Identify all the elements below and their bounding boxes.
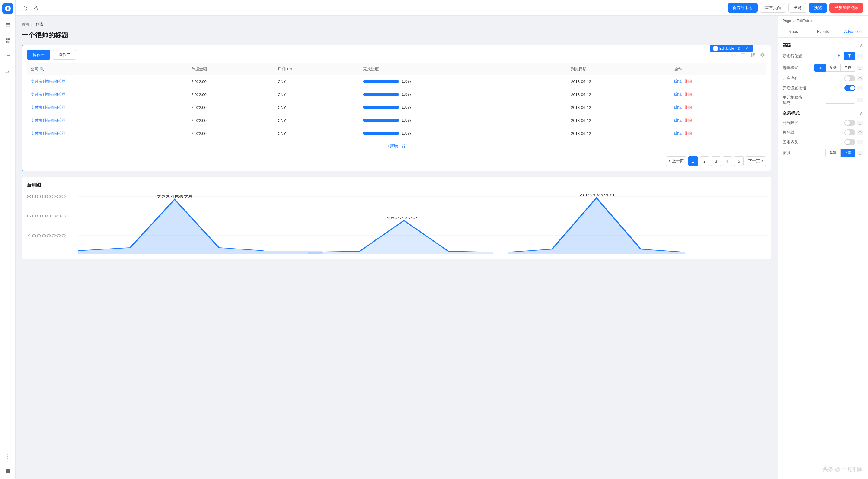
select-mode-btn-group: 无 多选 单选	[814, 64, 855, 72]
component-delete-icon[interactable]: ✕	[744, 46, 750, 52]
col-currency-info-icon[interactable]: ℹ	[287, 67, 288, 71]
tab-one-button[interactable]: 操作一	[27, 50, 50, 60]
zebra-code-tag[interactable]: {/}	[857, 130, 863, 134]
company-link-2[interactable]: 支付宝科技有限公司	[31, 105, 66, 110]
breadcrumb-home[interactable]: 首页	[22, 22, 30, 27]
panel-breadcrumb: Page > EditTable	[778, 16, 868, 26]
sequence-code-tag[interactable]: {/}	[857, 76, 863, 81]
tab-two-button[interactable]: 操作二	[53, 50, 76, 60]
label-zebra: 斑马线	[783, 130, 795, 135]
page-1-button[interactable]: 1	[688, 156, 698, 166]
sidebar-menu-icon[interactable]	[3, 20, 13, 30]
cell-action-0: 编辑 删除	[671, 75, 766, 88]
page-5-button[interactable]: 5	[734, 156, 744, 166]
export-button[interactable]: 出码	[788, 3, 806, 13]
select-mode-multi[interactable]: 多选	[826, 64, 841, 72]
sidebar-bottom-icon[interactable]	[3, 466, 13, 476]
redo-button[interactable]	[31, 3, 41, 13]
add-position-up[interactable]: 上	[833, 52, 844, 60]
cell-default-code-tag[interactable]: {/}	[857, 98, 863, 102]
reset-button[interactable]: 重置页面	[760, 3, 786, 13]
col-amount: 单据金额	[188, 63, 274, 75]
app-logo[interactable]	[2, 3, 13, 14]
cell-currency-4: CNY	[274, 127, 360, 140]
page-3-button[interactable]: 3	[711, 156, 721, 166]
fixed-header-code-tag[interactable]: {/}	[857, 140, 863, 144]
sidebar: JS ···	[0, 0, 16, 479]
delete-btn-4[interactable]: 删除	[684, 130, 692, 136]
tab-tool-settings-icon[interactable]	[759, 51, 766, 59]
page-2-button[interactable]: 2	[700, 156, 709, 166]
tab-tool-layout-icon[interactable]	[749, 51, 756, 59]
table-row: 支付宝科技有限公司 2,022.00 CNY 186% 2013-06-12 编…	[27, 101, 766, 114]
sidebar-nav-icon[interactable]	[3, 36, 13, 45]
select-mode-single[interactable]: 单选	[841, 64, 855, 72]
density-code-tag[interactable]: {/}	[857, 151, 863, 155]
add-position-down[interactable]: 下	[844, 52, 855, 60]
cell-date-4: 2013-06-12	[567, 127, 671, 140]
sidebar-js-icon[interactable]: JS	[3, 67, 13, 77]
col-divider-toggle[interactable]	[844, 120, 855, 126]
cell-date-3: 2013-06-12	[567, 114, 671, 127]
company-link-3[interactable]: 支付宝科技有限公司	[31, 118, 66, 122]
data-table: 公司 🔍 单据金额 币种 ℹ ▼	[27, 63, 766, 140]
cell-amount-4: 2,022.00	[188, 127, 274, 140]
cell-progress-0: 186%	[360, 75, 568, 88]
save-button[interactable]: 保存到本地	[728, 3, 757, 13]
svg-text:40000000: 40000000	[27, 234, 66, 238]
delete-btn-1[interactable]: 删除	[684, 92, 692, 97]
density-compact[interactable]: 紧凑	[826, 149, 841, 157]
content-area: 首页 > 列表 一个很帅的标题 EditTable ⧉ ✕	[16, 16, 868, 479]
sequence-toggle[interactable]	[844, 76, 855, 82]
delete-btn-2[interactable]: 删除	[684, 105, 692, 110]
panel-content: 高级 ∧ 新增行位置 上 下 {/}	[778, 38, 868, 479]
tab-tool-code-icon[interactable]	[730, 51, 737, 59]
add-position-code-tag[interactable]: {/}	[857, 54, 863, 58]
delete-btn-0[interactable]: 删除	[684, 79, 692, 84]
col-currency-filter-icon[interactable]: ▼	[289, 67, 293, 71]
preview-button[interactable]: 预览	[809, 3, 827, 13]
col-company-search-icon[interactable]: 🔍	[40, 67, 44, 71]
edit-btn-3[interactable]: 编辑	[674, 118, 682, 123]
breadcrumb-sep1: >	[31, 22, 34, 27]
tab-props[interactable]: Props	[778, 26, 808, 37]
global-style-collapse[interactable]: ∧	[860, 111, 863, 116]
edit-btn-1[interactable]: 编辑	[674, 92, 682, 97]
undo-button[interactable]	[21, 3, 30, 13]
settings-btn-toggle[interactable]	[844, 85, 855, 91]
settings-btn-toggle-knob	[850, 86, 855, 90]
select-mode-none[interactable]: 无	[814, 64, 826, 72]
settings-btn-code-tag[interactable]: {/}	[857, 86, 863, 90]
company-link-4[interactable]: 支付宝科技有限公司	[31, 131, 66, 136]
prev-page-button[interactable]: < 上一页	[666, 156, 686, 166]
cell-company-2: 支付宝科技有限公司	[27, 101, 188, 114]
next-page-button[interactable]: 下一页 >	[746, 156, 766, 166]
delete-btn-3[interactable]: 删除	[684, 118, 692, 123]
canvas-area: 首页 > 列表 一个很帅的标题 EditTable ⧉ ✕	[16, 16, 777, 479]
edit-btn-0[interactable]: 编辑	[674, 79, 682, 84]
edit-btn-2[interactable]: 编辑	[674, 105, 682, 110]
sidebar-data-icon[interactable]	[3, 51, 13, 61]
page-4-button[interactable]: 4	[723, 156, 732, 166]
sidebar-more-dots[interactable]: ···	[4, 453, 11, 460]
pagination: < 上一页 1 2 3 4 5 下一页 >	[27, 153, 766, 166]
label-add-position: 新增行位置	[783, 53, 802, 59]
async-load-button[interactable]: 异步加载资源	[829, 3, 863, 13]
add-row-button[interactable]: +新增一行	[27, 140, 766, 153]
tab-events[interactable]: Events	[808, 26, 838, 37]
select-mode-code-tag[interactable]: {/}	[857, 66, 863, 70]
company-link-1[interactable]: 支付宝科技有限公司	[31, 92, 66, 96]
advanced-section-collapse[interactable]: ∧	[860, 42, 863, 48]
row-col-divider: 列分隔线 {/}	[783, 120, 863, 126]
cell-default-input[interactable]	[825, 96, 855, 104]
tab-advanced[interactable]: Advanced	[838, 26, 868, 37]
right-panel: Page > EditTable Props Events Advanced 高…	[777, 16, 868, 479]
density-normal[interactable]: 正常	[841, 149, 855, 157]
component-copy-icon[interactable]: ⧉	[736, 46, 742, 52]
edit-btn-4[interactable]: 编辑	[674, 130, 682, 136]
tab-tool-list-icon[interactable]	[740, 51, 747, 59]
company-link-0[interactable]: 支付宝科技有限公司	[31, 79, 66, 84]
fixed-header-toggle[interactable]	[844, 139, 855, 145]
zebra-toggle[interactable]	[844, 129, 855, 136]
col-divider-code-tag[interactable]: {/}	[857, 121, 863, 125]
